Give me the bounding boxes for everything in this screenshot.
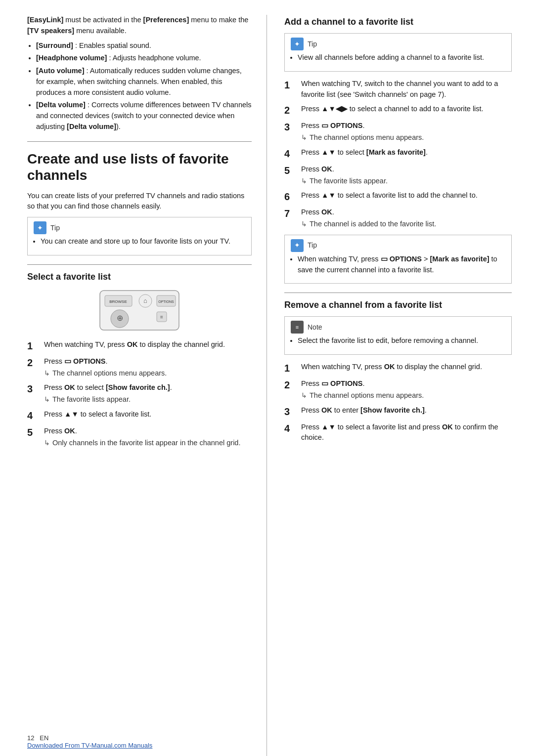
remove-title: Remove a channel from a favorite list	[284, 300, 512, 310]
section-title-favorites: Create and use lists of favorite channel…	[27, 151, 252, 184]
tip-icon-3	[291, 239, 304, 252]
add-step-3: 3 Press ▭ OPTIONS. The channel options m…	[284, 121, 512, 143]
add-step-1: 1 When watching TV, switch to the channe…	[284, 79, 512, 100]
tip-3-list: When watching TV, press ▭ OPTIONS > [Mar…	[298, 254, 505, 276]
tip-box-3: Tip When watching TV, press ▭ OPTIONS > …	[284, 235, 512, 284]
note-header-1: ≡ Note	[291, 321, 505, 334]
tip-2-list: View all channels before adding a channe…	[298, 52, 505, 63]
select-step-4: 4 Press ▲▼ to select a favorite list.	[27, 409, 252, 422]
footer: 12 EN Downloaded From TV-Manual.com Manu…	[27, 734, 152, 749]
svg-text:⌂: ⌂	[143, 297, 147, 304]
intro-item-headphone: [Headphone volume] : Adjusts headphone v…	[36, 53, 252, 64]
tip-header-2: Tip	[291, 38, 505, 50]
note-1-list: Select the favorite list to edit, before…	[298, 336, 505, 346]
tip-header-3: Tip	[291, 239, 505, 252]
select-step-2: 2 Press ▭ OPTIONS. The channel options m…	[27, 356, 252, 379]
remove-step-1: 1 When watching TV, press OK to display …	[284, 362, 512, 375]
section-intro: You can create lists of your preferred T…	[27, 191, 252, 212]
add-step-4: 4 Press ▲▼ to select [Mark as favorite].	[284, 147, 512, 160]
remote-image-container: BROWSE ⌂ OPTIONS ⊕ ≡	[27, 288, 252, 333]
divider-2	[27, 264, 252, 265]
intro-item-delta: [Delta volume] : Corrects volume differe…	[36, 100, 252, 132]
tip-2-item-0: View all channels before adding a channe…	[298, 52, 505, 63]
select-step-1: 1 When watching TV, press OK to display …	[27, 339, 252, 352]
add-step-6: 6 Press ▲▼ to select a favorite list to …	[284, 190, 512, 203]
note-label-1: Note	[308, 322, 322, 333]
svg-text:OPTIONS: OPTIONS	[158, 300, 174, 303]
select-step-5: 5 Press OK. Only channels in the favorit…	[27, 426, 252, 449]
note-box-1: ≡ Note Select the favorite list to edit,…	[284, 316, 512, 355]
add-step-2: 2 Press ▲▼◀▶ to select a channel to add …	[284, 104, 512, 117]
intro-item-auto: [Auto volume] : Automatically reduces su…	[36, 66, 252, 98]
tip-label-1: Tip	[50, 223, 60, 233]
tip-box-2: Tip View all channels before adding a ch…	[284, 33, 512, 72]
right-column: Add a channel to a favorite list Tip Vie…	[267, 15, 534, 756]
remote-image: BROWSE ⌂ OPTIONS ⊕ ≡	[70, 288, 209, 333]
remove-step-2: 2 Press ▭ OPTIONS. The channel options m…	[284, 378, 512, 401]
tip-3-item-0: When watching TV, press ▭ OPTIONS > [Mar…	[298, 254, 505, 276]
intro-easylink: [EasyLink] must be activated in the [Pre…	[27, 15, 252, 37]
footer-link[interactable]: Downloaded From TV-Manual.com Manuals	[27, 742, 152, 749]
remove-step-4: 4 Press ▲▼ to select a favorite list and…	[284, 422, 512, 444]
svg-text:BROWSE: BROWSE	[109, 299, 127, 304]
remove-step-3: 3 Press OK to enter [Show favorite ch.].	[284, 405, 512, 418]
note-1-item-0: Select the favorite list to edit, before…	[298, 336, 505, 346]
select-title: Select a favorite list	[27, 272, 252, 282]
intro-item-surround: [Surround] : Enables spatial sound.	[36, 41, 252, 51]
divider-1	[27, 141, 252, 142]
select-step-3: 3 Press OK to select [Show favorite ch.]…	[27, 382, 252, 405]
svg-text:⊕: ⊕	[117, 314, 123, 322]
tip-1-list: You can create and store up to four favo…	[41, 236, 245, 247]
remove-steps: 1 When watching TV, press OK to display …	[284, 362, 512, 443]
tip-icon-1	[34, 221, 46, 234]
note-icon-1: ≡	[291, 321, 304, 334]
page-lang: EN	[40, 734, 48, 742]
tip-1-item-0: You can create and store up to four favo…	[41, 236, 245, 247]
tip-header-1: Tip	[34, 221, 245, 234]
tip-label-2: Tip	[308, 39, 317, 49]
add-steps: 1 When watching TV, switch to the channe…	[284, 79, 512, 230]
svg-text:≡: ≡	[160, 314, 163, 320]
tip-box-1: Tip You can create and store up to four …	[27, 217, 252, 255]
tip-label-3: Tip	[308, 240, 317, 251]
tip-icon-2	[291, 38, 304, 50]
intro-list: [Surround] : Enables spatial sound. [Hea…	[36, 41, 252, 132]
add-step-5: 5 Press OK. The favorite lists appear.	[284, 164, 512, 187]
page-number: 12	[27, 734, 34, 742]
add-title: Add a channel to a favorite list	[284, 17, 512, 27]
add-step-7: 7 Press OK. The channel is added to the …	[284, 207, 512, 230]
divider-3	[284, 293, 512, 293]
select-steps: 1 When watching TV, press OK to display …	[27, 339, 252, 449]
left-column: [EasyLink] must be activated in the [Pre…	[0, 15, 267, 756]
